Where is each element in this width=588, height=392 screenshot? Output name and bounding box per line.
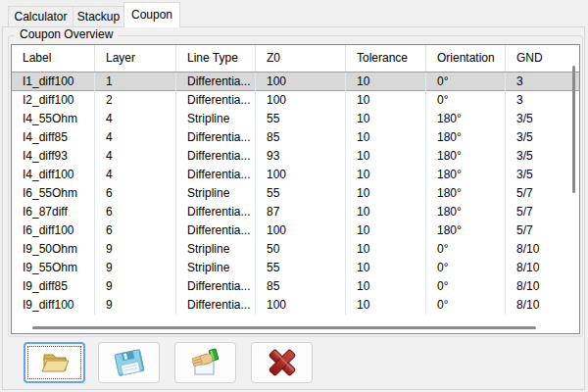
column-header[interactable]: Z0 (256, 45, 346, 72)
table-cell: I9_diff85 (12, 277, 95, 296)
table-cell: 10 (346, 240, 426, 259)
table-cell: 8/10 (506, 296, 567, 315)
table-cell: 10 (346, 296, 426, 315)
table-cell: 10 (346, 147, 426, 166)
column-header[interactable]: Label (12, 45, 95, 72)
table-cell: Stripline (176, 259, 256, 277)
table-row[interactable]: I4_diff1004Differentia...10010180°3/5 (12, 166, 579, 184)
table-row[interactable]: I6_87diff6Differentia...8710180°5/7 (12, 203, 579, 221)
table-cell: 5/7 (506, 184, 567, 203)
table-cell: Differentia... (176, 147, 256, 166)
table-cell: 55 (256, 184, 346, 203)
table-cell: 100 (256, 296, 346, 315)
tab-calculator[interactable]: Calculator (8, 6, 74, 26)
table-cell: I4_55Ohm (12, 110, 95, 128)
save-button[interactable] (98, 342, 160, 383)
save-floppy-icon (111, 347, 148, 378)
table-cell: I6_diff100 (12, 221, 95, 240)
table-cell: Stripline (176, 240, 256, 259)
table-cell: 180° (426, 166, 506, 184)
table-cell: 50 (256, 240, 346, 259)
table-cell: 100 (256, 73, 346, 91)
table-row[interactable]: I4_55Ohm4Stripline5510180°3/5 (12, 110, 579, 128)
table-cell: 9 (95, 240, 176, 259)
table-cell: I6_55Ohm (12, 184, 95, 203)
table-cell: 100 (256, 91, 346, 110)
vertical-scrollbar-thumb[interactable] (572, 66, 575, 193)
table-cell: 4 (95, 147, 176, 166)
table-cell: 0° (426, 259, 506, 277)
apply-button[interactable] (174, 342, 236, 383)
table-cell: 10 (346, 91, 426, 110)
table-cell: 6 (95, 203, 176, 221)
table-cell: 55 (256, 110, 346, 128)
table-cell: 0° (426, 277, 506, 296)
table-cell: I9_55Ohm (12, 259, 95, 277)
table-cell: 10 (346, 203, 426, 221)
table-cell: 180° (426, 221, 506, 240)
table-row[interactable]: I6_diff1006Differentia...10010180°5/7 (12, 221, 579, 240)
table-row[interactable]: I2_diff1002Differentia...100100°3 (12, 91, 579, 110)
table-row[interactable]: I6_55Ohm6Stripline5510180°5/7 (12, 184, 579, 203)
apply-hand-icon (187, 347, 224, 378)
table-cell: I4_diff93 (12, 147, 95, 166)
table-cell: 3 (506, 73, 567, 91)
table-row[interactable]: I9_50Ohm9Stripline50100°8/10 (12, 240, 579, 259)
table-cell: Differentia... (176, 203, 256, 221)
table-cell: Differentia... (176, 91, 256, 110)
table-cell: I1_diff100 (12, 73, 95, 91)
table-cell: 2 (95, 91, 176, 110)
column-header[interactable]: Orientation (426, 45, 506, 72)
table-cell: 85 (256, 128, 346, 147)
table-cell: 8/10 (506, 277, 567, 296)
table-cell: 0° (426, 296, 506, 315)
table-cell: 4 (95, 166, 176, 184)
tab-stackup[interactable]: Stackup (73, 6, 124, 26)
horizontal-scrollbar-thumb[interactable] (32, 326, 536, 329)
table-cell: Differentia... (176, 166, 256, 184)
column-header[interactable]: Tolerance (346, 45, 426, 72)
column-header[interactable]: GND (506, 45, 567, 72)
table-cell: 85 (256, 277, 346, 296)
table-cell: 9 (95, 259, 176, 277)
open-folder-icon (36, 348, 74, 377)
table-cell: Stripline (176, 110, 256, 128)
table-cell: Differentia... (176, 128, 256, 147)
table-header: LabelLayerLine TypeZ0ToleranceOrientatio… (12, 45, 579, 73)
tab-coupon[interactable]: Coupon (123, 2, 180, 27)
table-cell: 5/7 (506, 203, 567, 221)
delete-cross-icon (265, 347, 300, 378)
table-cell: I6_87diff (12, 203, 95, 221)
table-row[interactable]: I4_diff854Differentia...8510180°3/5 (12, 128, 579, 147)
table-cell: 3/5 (506, 166, 567, 184)
groupbox-title: Coupon Overview (15, 27, 118, 41)
table-cell: 100 (256, 166, 346, 184)
table-cell: 87 (256, 203, 346, 221)
table-cell: 180° (426, 110, 506, 128)
table-cell: 9 (95, 296, 176, 315)
table-cell: 3/5 (506, 128, 567, 147)
table-cell: I4_diff85 (12, 128, 95, 147)
table-row[interactable]: I1_diff1001Differentia...100100°3 (12, 73, 579, 91)
table-cell: Differentia... (176, 73, 256, 91)
column-header[interactable]: Line Type (176, 45, 256, 72)
table-row[interactable]: I4_diff934Differentia...9310180°3/5 (12, 147, 579, 166)
delete-button[interactable] (251, 342, 313, 383)
table-row[interactable]: I9_55Ohm9Stripline55100°8/10 (12, 259, 579, 277)
table-row[interactable]: I9_diff1009Differentia...100100°8/10 (12, 296, 579, 315)
table-cell: 180° (426, 128, 506, 147)
table-cell: 9 (95, 277, 176, 296)
table-row[interactable]: I9_diff859Differentia...85100°8/10 (12, 277, 579, 296)
table-cell: 180° (426, 147, 506, 166)
table-cell: 180° (426, 203, 506, 221)
table-cell: 3/5 (506, 147, 567, 166)
table-body: I1_diff1001Differentia...100100°3I2_diff… (12, 73, 579, 315)
open-button[interactable] (24, 342, 85, 383)
table-cell: 8/10 (506, 259, 567, 277)
table-cell: 4 (95, 128, 176, 147)
column-header[interactable]: Layer (95, 45, 176, 72)
table-cell: 10 (346, 221, 426, 240)
table-cell: Stripline (176, 184, 256, 203)
table-cell: 10 (346, 259, 426, 277)
coupon-table[interactable]: LabelLayerLine TypeZ0ToleranceOrientatio… (11, 44, 580, 334)
